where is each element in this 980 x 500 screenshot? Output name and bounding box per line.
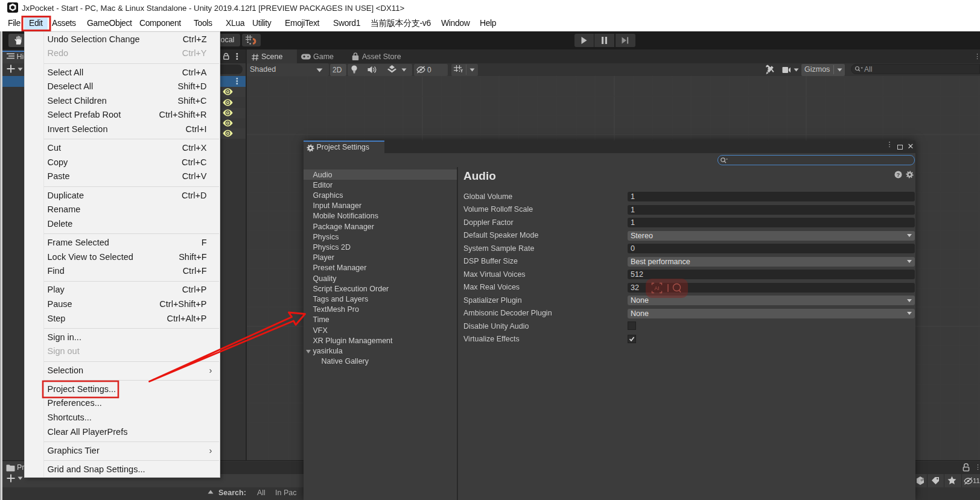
svg-text:AI: AI xyxy=(654,285,659,291)
svg-text:?: ? xyxy=(896,171,900,178)
